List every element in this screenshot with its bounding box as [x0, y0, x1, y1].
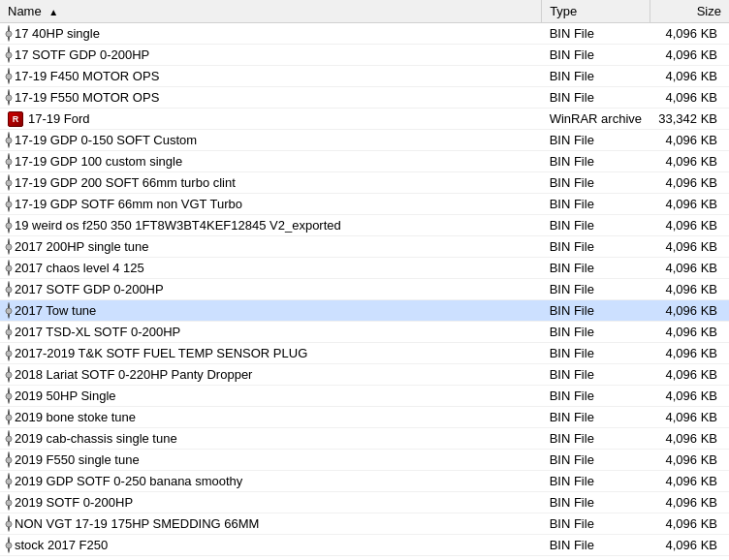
- file-size-cell: 4,096 KB: [650, 407, 729, 428]
- file-size-cell: 4,096 KB: [650, 87, 729, 109]
- file-name-text: 17-19 F550 MOTOR OPS: [15, 90, 159, 105]
- file-type-cell: BIN File: [542, 194, 650, 215]
- table-row[interactable]: 2018 Lariat SOTF 0-220HP Panty DropperBI…: [0, 364, 729, 386]
- file-size-cell: 4,096 KB: [650, 151, 729, 172]
- table-row[interactable]: 2019 50HP SingleBIN File4,096 KB: [0, 386, 729, 407]
- file-name-cell: 2017 TSD-XL SOTF 0-200HP: [0, 322, 542, 343]
- bin-icon: [8, 495, 10, 510]
- file-size-cell: 4,096 KB: [650, 513, 729, 535]
- file-type-cell: BIN File: [542, 236, 650, 258]
- file-size-cell: 4,096 KB: [650, 258, 729, 279]
- file-type-cell: BIN File: [542, 45, 650, 66]
- file-list[interactable]: Name ▲ Type Size 17 40HP singleBIN File4…: [0, 0, 729, 560]
- file-name-cell: 2019 50HP Single: [0, 386, 542, 407]
- file-name-cell: 2019 cab-chassis single tune: [0, 428, 542, 450]
- file-name-cell: 2019 bone stoke tune: [0, 407, 542, 428]
- table-row[interactable]: 17 40HP singleBIN File4,096 KB: [0, 23, 729, 45]
- file-type-cell: BIN File: [542, 386, 650, 407]
- bin-icon: [8, 346, 10, 360]
- bin-icon: [8, 69, 10, 83]
- bin-icon: [8, 367, 10, 382]
- sort-arrow-name: ▲: [48, 7, 58, 17]
- bin-icon: [8, 431, 10, 446]
- file-name-cell: 2017 SOTF GDP 0-200HP: [0, 279, 542, 300]
- file-name-cell: NON VGT 17-19 175HP SMEDDING 66MM: [0, 513, 542, 535]
- table-row[interactable]: 17-19 FordWinRAR archive33,342 KB: [0, 109, 729, 130]
- bin-icon: [8, 239, 10, 254]
- file-name-text: 17 SOTF GDP 0-200HP: [15, 47, 149, 62]
- table-row[interactable]: 17-19 F550 MOTOR OPSBIN File4,096 KB: [0, 87, 729, 109]
- bin-icon: [8, 47, 10, 62]
- bin-icon: [8, 133, 10, 147]
- table-row[interactable]: 17-19 GDP SOTF 66mm non VGT TurboBIN Fil…: [0, 194, 729, 215]
- col-header-type[interactable]: Type: [542, 0, 650, 23]
- file-type-cell: BIN File: [542, 535, 650, 556]
- table-row[interactable]: 17-19 GDP 100 custom singleBIN File4,096…: [0, 151, 729, 172]
- bin-icon: [8, 389, 10, 403]
- file-size-cell: 4,096 KB: [650, 343, 729, 364]
- file-name-text: 2017 Tow tune: [15, 303, 96, 318]
- file-name-text: 17-19 GDP SOTF 66mm non VGT Turbo: [15, 197, 242, 211]
- bin-icon: [8, 325, 10, 339]
- table-row[interactable]: NON VGT 17-19 175HP SMEDDING 66MMBIN Fil…: [0, 513, 729, 535]
- table-header: Name ▲ Type Size: [0, 0, 729, 23]
- file-size-cell: 4,096 KB: [650, 66, 729, 87]
- file-name-text: 17-19 GDP 0-150 SOFT Custom: [15, 133, 197, 147]
- table-row[interactable]: 2017-2019 T&K SOTF FUEL TEMP SENSOR PLUG…: [0, 343, 729, 364]
- bin-icon: [8, 474, 10, 488]
- table-row[interactable]: 2019 GDP SOTF 0-250 banana smoothyBIN Fi…: [0, 471, 729, 492]
- file-type-cell: BIN File: [542, 151, 650, 172]
- bin-icon: [8, 218, 10, 233]
- file-size-cell: 33,342 KB: [650, 109, 729, 130]
- table-row[interactable]: 2017 200HP single tuneBIN File4,096 KB: [0, 236, 729, 258]
- file-name-text: NON VGT 17-19 175HP SMEDDING 66MM: [15, 516, 259, 531]
- table-row[interactable]: 2019 bone stoke tuneBIN File4,096 KB: [0, 407, 729, 428]
- file-name-cell: 17-19 GDP 100 custom single: [0, 151, 542, 172]
- bin-icon: [8, 90, 10, 105]
- table-row[interactable]: 19 weird os f250 350 1FT8W3BT4KEF12845 V…: [0, 215, 729, 236]
- table-row[interactable]: 17 SOTF GDP 0-200HPBIN File4,096 KB: [0, 45, 729, 66]
- table-row[interactable]: 2019 cab-chassis single tuneBIN File4,09…: [0, 428, 729, 450]
- col-header-name[interactable]: Name ▲: [0, 0, 542, 23]
- table-row[interactable]: 2017 Tow tuneBIN File4,096 KB: [0, 300, 729, 322]
- file-name-cell: 17-19 GDP 200 SOFT 66mm turbo clint: [0, 172, 542, 194]
- table-row[interactable]: 17-19 GDP 0-150 SOFT CustomBIN File4,096…: [0, 130, 729, 151]
- file-name-text: 2019 cab-chassis single tune: [15, 431, 177, 446]
- table-row[interactable]: 17-19 F450 MOTOR OPSBIN File4,096 KB: [0, 66, 729, 87]
- file-type-cell: BIN File: [542, 343, 650, 364]
- file-type-cell: WinRAR archive: [542, 109, 650, 130]
- file-size-cell: 4,096 KB: [650, 45, 729, 66]
- file-name-cell: 2017-2019 T&K SOTF FUEL TEMP SENSOR PLUG: [0, 343, 542, 364]
- table-row[interactable]: 2017 TSD-XL SOTF 0-200HPBIN File4,096 KB: [0, 322, 729, 343]
- file-size-cell: 4,096 KB: [650, 535, 729, 556]
- file-name-text: 2017 200HP single tune: [15, 239, 149, 254]
- file-name-cell: 2018 Lariat SOTF 0-220HP Panty Dropper: [0, 364, 542, 386]
- file-type-cell: BIN File: [542, 450, 650, 471]
- file-type-cell: BIN File: [542, 215, 650, 236]
- file-name-text: 2019 50HP Single: [15, 389, 116, 403]
- file-size-cell: 4,096 KB: [650, 471, 729, 492]
- file-name-text: 2019 SOTF 0-200HP: [15, 495, 133, 510]
- table-row[interactable]: 2019 F550 single tuneBIN File4,096 KB: [0, 450, 729, 471]
- file-size-cell: 4,096 KB: [650, 322, 729, 343]
- table-row[interactable]: 17-19 GDP 200 SOFT 66mm turbo clintBIN F…: [0, 172, 729, 194]
- file-name-text: 2019 bone stoke tune: [15, 410, 136, 424]
- file-name-text: 2019 F550 single tune: [15, 452, 140, 467]
- file-type-cell: BIN File: [542, 66, 650, 87]
- file-name-text: 2017 TSD-XL SOTF 0-200HP: [15, 325, 180, 339]
- file-size-cell: 4,096 KB: [650, 215, 729, 236]
- file-size-cell: 4,096 KB: [650, 236, 729, 258]
- file-type-cell: BIN File: [542, 23, 650, 45]
- col-header-size[interactable]: Size: [650, 0, 729, 23]
- table-row[interactable]: 2017 chaos level 4 125BIN File4,096 KB: [0, 258, 729, 279]
- file-name-cell: 17-19 F550 MOTOR OPS: [0, 87, 542, 109]
- file-size-cell: 4,096 KB: [650, 172, 729, 194]
- file-type-cell: BIN File: [542, 300, 650, 322]
- table-row[interactable]: 2017 SOTF GDP 0-200HPBIN File4,096 KB: [0, 279, 729, 300]
- file-name-cell: 2019 GDP SOTF 0-250 banana smoothy: [0, 471, 542, 492]
- table-row[interactable]: stock 2017 F250BIN File4,096 KB: [0, 535, 729, 556]
- table-row[interactable]: 2019 SOTF 0-200HPBIN File4,096 KB: [0, 492, 729, 513]
- file-name-cell: 2019 F550 single tune: [0, 450, 542, 471]
- file-name-cell: 17 SOTF GDP 0-200HP: [0, 45, 542, 66]
- bin-icon: [8, 303, 10, 318]
